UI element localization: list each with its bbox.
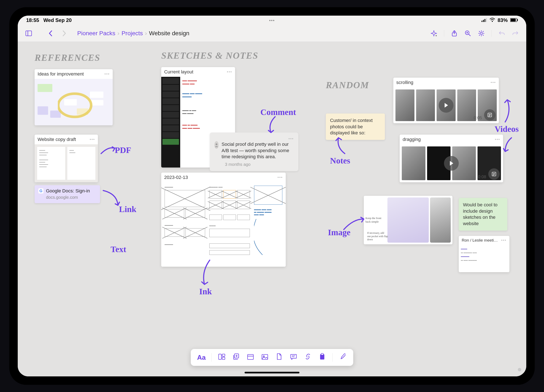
card-video-scroll[interactable]: scrolling••• 0:05 xyxy=(393,78,499,123)
svg-rect-35 xyxy=(262,354,268,359)
anno-link: Link xyxy=(119,204,136,214)
canvas[interactable]: References Sketches & Notes Random Ideas… xyxy=(18,42,526,376)
svg-rect-28 xyxy=(222,354,225,356)
arrow-icon xyxy=(334,137,349,156)
browser-icon[interactable] xyxy=(246,354,255,361)
clipboard-icon[interactable] xyxy=(318,353,326,362)
wifi-icon xyxy=(490,17,495,23)
anno-videos: Videos xyxy=(495,124,519,134)
card-menu-icon[interactable]: ••• xyxy=(90,137,95,142)
file-icon[interactable] xyxy=(275,353,284,361)
arrow-icon xyxy=(267,116,282,135)
status-time: 18:55 xyxy=(26,17,39,23)
card-video-drag[interactable]: dragging••• 0:08 xyxy=(400,135,503,182)
image-icon[interactable] xyxy=(260,354,269,361)
card-menu-icon[interactable]: ••• xyxy=(495,137,500,142)
card-ron-leslie[interactable]: Ron / Leslie meeti…••• ▬▬▬▬ ▬▬▬▬ ▬▬▬▬▬▬▬… xyxy=(459,236,509,272)
card-copy-draft[interactable]: Website copy draft••• ▬▬▬▬▬▬▬▬▬▬▬▬▬▬▬▬▬▬… xyxy=(35,135,98,182)
settings-gear-icon[interactable] xyxy=(477,29,486,38)
anno-text: Text xyxy=(111,244,126,254)
card-grid-icon[interactable] xyxy=(218,354,226,361)
bottom-toolbar: Aa xyxy=(191,349,353,366)
link-url: docs.google.com xyxy=(46,195,96,200)
link-tool-icon[interactable] xyxy=(304,353,312,361)
comment-time: 3 months ago xyxy=(225,162,294,167)
arrow-icon xyxy=(499,99,514,124)
card-title: Website copy draft xyxy=(38,137,76,142)
card-title: 2023-02-13 xyxy=(164,175,188,180)
stack-add-icon[interactable] xyxy=(232,353,240,361)
note-green[interactable]: Would be cool to include design sketches… xyxy=(459,198,507,231)
anno-ink: Ink xyxy=(199,287,212,296)
pen-tool-icon[interactable] xyxy=(338,353,347,362)
undo-icon[interactable] xyxy=(497,29,506,38)
svg-rect-27 xyxy=(219,354,221,359)
comment-card[interactable]: ••• Social proof did pretty well in our … xyxy=(210,133,298,171)
svg-rect-3 xyxy=(486,18,487,22)
card-title: scrolling xyxy=(396,80,413,85)
card-sketch-image[interactable]: Keep the frontback simple If necessary, … xyxy=(364,196,452,244)
share-icon[interactable] xyxy=(450,29,459,38)
crumb-projects[interactable]: Projects xyxy=(122,30,143,37)
crumb-root[interactable]: Pioneer Packs xyxy=(77,30,115,37)
video-duration: 0:08 xyxy=(478,175,486,179)
crumb-current: Website design xyxy=(149,30,189,37)
svg-point-4 xyxy=(492,21,493,22)
svg-point-16 xyxy=(480,32,482,34)
transcript-icon[interactable] xyxy=(484,109,496,121)
svg-point-18 xyxy=(216,143,217,145)
note-yellow[interactable]: Customer/ in context photos could be dis… xyxy=(326,113,385,140)
ai-sparkle-icon[interactable] xyxy=(429,29,438,38)
svg-rect-8 xyxy=(26,31,32,36)
arrow-icon xyxy=(503,137,516,154)
svg-rect-2 xyxy=(485,19,485,22)
card-menu-icon[interactable]: ••• xyxy=(104,72,110,76)
note-text: Would be cool to include design sketches… xyxy=(463,202,497,226)
card-ideas[interactable]: Ideas for improvement••• xyxy=(35,69,113,125)
play-icon[interactable] xyxy=(444,156,459,171)
card-menu-icon[interactable]: ••• xyxy=(278,175,283,180)
text-tool[interactable]: Aa xyxy=(197,354,206,361)
card-title: Ideas for improvement xyxy=(38,71,84,77)
svg-rect-40 xyxy=(321,353,323,355)
home-indicator[interactable] xyxy=(245,372,299,374)
google-icon: G xyxy=(38,188,43,193)
link-title: Google Docs: Sign-in xyxy=(46,188,90,194)
svg-rect-6 xyxy=(511,18,516,22)
card-title: Current layout xyxy=(164,69,193,75)
battery-pct: 83% xyxy=(497,17,508,23)
svg-point-17 xyxy=(58,94,91,117)
status-date: Wed Sep 20 xyxy=(43,17,71,23)
card-menu-icon[interactable]: ••• xyxy=(289,137,294,141)
card-menu-icon[interactable]: ••• xyxy=(227,70,232,74)
play-icon[interactable] xyxy=(439,98,454,113)
arrow-icon xyxy=(100,145,117,156)
svg-point-36 xyxy=(263,356,264,357)
redo-icon[interactable] xyxy=(511,29,520,38)
resize-handle[interactable] xyxy=(518,368,521,371)
card-menu-icon[interactable]: ••• xyxy=(491,80,496,85)
breadcrumb: Pioneer Packs › Projects › Website desig… xyxy=(77,30,189,37)
card-wireframe[interactable]: 2023-02-13••• ▬▬▬▬ ▬▬▬▬ ▬▬▬▬ ▬▬▬▬ ▬▬ xyxy=(161,173,286,267)
nav-back-icon[interactable] xyxy=(46,29,55,38)
svg-rect-7 xyxy=(517,19,518,21)
svg-rect-29 xyxy=(222,357,225,359)
section-random: Random xyxy=(326,80,369,91)
multitask-dots[interactable]: ••• xyxy=(269,18,275,23)
zoom-icon[interactable] xyxy=(463,29,473,38)
anno-pdf: PDF xyxy=(115,145,131,155)
svg-rect-33 xyxy=(248,354,254,359)
status-bar: 18:55 Wed Sep 20 ••• 83% xyxy=(18,16,526,25)
transcript-icon[interactable] xyxy=(488,168,500,180)
arrow-icon xyxy=(199,259,214,287)
arrow-icon xyxy=(343,217,366,232)
svg-point-10 xyxy=(436,35,437,36)
card-title: dragging xyxy=(403,137,421,142)
card-menu-icon[interactable]: ••• xyxy=(501,238,506,243)
card-gdocs-link[interactable]: G Google Docs: Sign-in docs.google.com xyxy=(35,185,100,203)
comment-text: Social proof did pretty well in our A/B … xyxy=(222,141,294,160)
comment-icon[interactable] xyxy=(289,354,298,361)
video-duration: 0:05 xyxy=(474,115,482,120)
section-sketches: Sketches & Notes xyxy=(161,50,258,61)
sidebar-toggle-icon[interactable] xyxy=(24,29,33,38)
